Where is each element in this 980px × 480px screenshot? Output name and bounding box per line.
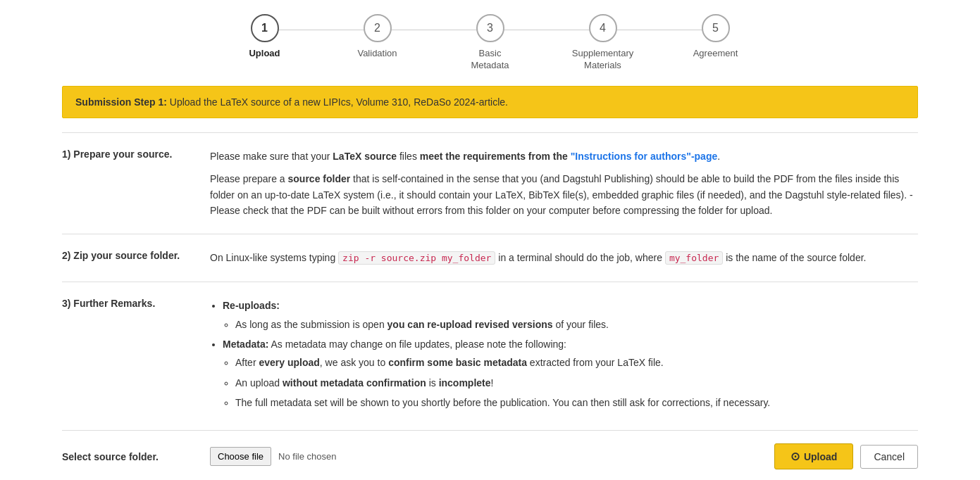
incomplete-bold: incomplete [439,377,491,389]
section-remarks-label: 3) Further Remarks. [62,298,210,415]
step-4[interactable]: 4 SupplementaryMaterials [547,14,659,72]
section-prepare-content: Please make sure that your LaTeX source … [210,149,918,219]
prepare-para2: Please prepare a source folder that is s… [210,171,918,218]
notice-banner: Submission Step 1: Upload the LaTeX sour… [62,86,918,118]
notice-bold: Submission Step 1: [75,96,167,108]
reuploads-bold: you can re-upload revised versions [387,319,553,330]
upload-icon: ⊙ [790,450,800,463]
metadata-bullet-2: An upload without metadata confirmation … [235,375,918,391]
my-folder-code: my_folder [665,251,723,265]
upload-button[interactable]: ⊙ Upload [774,443,853,469]
cancel-button[interactable]: Cancel [860,445,918,469]
metadata-item: Metadata: As metadata may change on file… [223,336,918,411]
metadata-label: Metadata: [223,339,268,350]
step-1-label: Upload [249,48,280,60]
stepper: 1 Upload 2 Validation 3 BasicMetadata 4 … [0,0,980,79]
upload-btn-label: Upload [804,451,837,462]
prepare-para1: Please make sure that your LaTeX source … [210,149,918,164]
section-zip-content: On Linux-like systems typing zip -r sour… [210,250,918,266]
step-5-circle: 5 [702,14,730,42]
reuploads-label: Re-uploads: [223,300,280,311]
step-4-label: SupplementaryMaterials [572,48,633,72]
section-zip-label: 2) Zip your source folder. [62,250,210,266]
step-4-circle: 4 [589,14,617,42]
choose-file-button[interactable]: Choose file [210,447,271,466]
step-3[interactable]: 3 BasicMetadata [434,14,547,72]
reuploads-item: Re-uploads: As long as the submission is… [223,298,918,332]
section-zip: 2) Zip your source folder. On Linux-like… [62,234,918,282]
step-3-label: BasicMetadata [471,48,509,72]
reuploads-sublist: As long as the submission is open you ca… [235,317,918,332]
no-file-text: No file chosen [278,451,336,462]
zip-command: zip -r source.zip my_folder [338,251,495,265]
confirm-bold: confirm some basic metadata [388,357,527,368]
latex-source-bold: LaTeX source [333,151,397,162]
metadata-sublist: After every upload, we ask you to confir… [235,355,918,410]
notice-text: Upload the LaTeX source of a new LIPIcs,… [167,96,508,108]
upload-actions: ⊙ Upload Cancel [774,443,918,469]
section-prepare-label: 1) Prepare your source. [62,149,210,219]
file-input-wrapper[interactable]: Choose file No file chosen [210,447,336,466]
remarks-list: Re-uploads: As long as the submission is… [223,298,918,410]
metadata-bullet-1: After every upload, we ask you to confir… [235,355,918,370]
step-2-label: Validation [357,48,397,60]
step-3-circle: 3 [476,14,504,42]
step-5-label: Agreement [693,48,738,60]
step-1-circle: 1 [251,14,279,42]
zip-para: On Linux-like systems typing zip -r sour… [210,250,918,266]
section-prepare: 1) Prepare your source. Please make sure… [62,132,918,234]
upload-controls: Choose file No file chosen ⊙ Upload Canc… [210,443,918,469]
section-remarks-content: Re-uploads: As long as the submission is… [210,298,918,415]
step-1[interactable]: 1 Upload [209,14,321,60]
source-folder-bold: source folder [288,173,351,184]
upload-label: Select source folder. [62,451,210,462]
section-remarks: 3) Further Remarks. Re-uploads: As long … [62,282,918,430]
meet-requirements-bold: meet the requirements from the "Instruct… [420,151,717,162]
every-upload-bold: every upload [259,357,319,368]
metadata-bullet-3: The full metadata set will be shown to y… [235,395,918,410]
reuploads-sub: As long as the submission is open you ca… [235,317,918,332]
main-content: 1) Prepare your source. Please make sure… [62,132,918,480]
step-2[interactable]: 2 Validation [321,14,434,60]
without-metadata-bold: without metadata confirmation [283,377,426,389]
upload-row: Select source folder. Choose file No fil… [62,430,918,480]
instructions-link[interactable]: "Instructions for authors"-page [571,151,718,162]
step-2-circle: 2 [364,14,392,42]
step-5[interactable]: 5 Agreement [659,14,772,60]
